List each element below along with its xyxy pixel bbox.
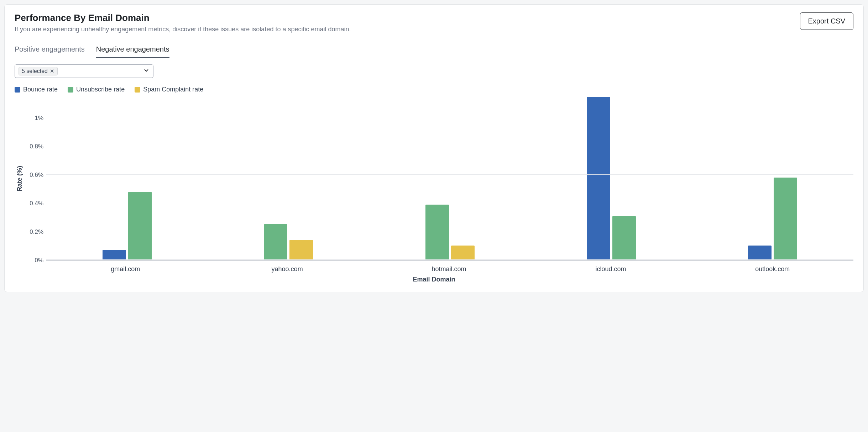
legend-label-spam: Spam Complaint rate	[143, 86, 203, 93]
bar[interactable]	[612, 216, 636, 260]
tabs: Positive engagements Negative engagement…	[15, 43, 853, 58]
export-csv-button[interactable]: Export CSV	[800, 12, 853, 30]
bar-group	[369, 97, 530, 260]
bar[interactable]	[748, 246, 772, 260]
domain-filter-select[interactable]: 5 selected ✕	[15, 64, 153, 78]
filter-chip-label: 5 selected	[22, 68, 48, 74]
performance-card: Performance By Email Domain If you are e…	[4, 4, 864, 292]
y-axis-label: Rate (%)	[15, 97, 23, 260]
filter-chip[interactable]: 5 selected ✕	[19, 67, 58, 75]
legend-item-unsubscribe[interactable]: Unsubscribe rate	[68, 86, 125, 93]
grid-line	[46, 231, 853, 231]
card-title: Performance By Email Domain	[15, 12, 793, 23]
y-axis: 0%0.2%0.4%0.6%0.8%1%	[23, 97, 46, 260]
y-tick: 1%	[35, 115, 43, 122]
card-header: Performance By Email Domain If you are e…	[15, 12, 853, 33]
grid-line	[46, 203, 853, 203]
bar[interactable]	[587, 97, 610, 260]
card-subtitle: If you are experiencing unhealthy engage…	[15, 26, 793, 33]
bar-group	[530, 97, 692, 260]
chart: Rate (%) 0%0.2%0.4%0.6%0.8%1%	[15, 97, 853, 260]
bar[interactable]	[128, 192, 152, 260]
card-header-text: Performance By Email Domain If you are e…	[15, 12, 793, 33]
bar[interactable]	[425, 205, 449, 260]
y-tick: 0.4%	[30, 200, 43, 207]
x-axis-label: Email Domain	[15, 276, 853, 283]
x-tick: gmail.com	[45, 260, 206, 273]
y-tick: 0%	[35, 257, 43, 264]
grid-line	[46, 118, 853, 118]
bar-group	[46, 97, 208, 260]
y-tick: 0.8%	[30, 143, 43, 150]
x-tick: yahoo.com	[206, 260, 368, 273]
legend-swatch-spam	[135, 87, 140, 93]
y-tick: 0.2%	[30, 228, 43, 236]
bar[interactable]	[289, 240, 313, 260]
x-tick: hotmail.com	[368, 260, 530, 273]
bar[interactable]	[264, 224, 287, 260]
chevron-down-icon	[143, 67, 150, 75]
bar[interactable]	[774, 178, 797, 260]
grid-line	[46, 174, 853, 175]
tab-positive-engagements[interactable]: Positive engagements	[15, 43, 85, 58]
legend-swatch-bounce	[15, 87, 20, 93]
bar[interactable]	[451, 246, 475, 260]
x-axis-ticks: gmail.comyahoo.comhotmail.comicloud.como…	[45, 260, 853, 273]
controls-row: 5 selected ✕	[15, 64, 853, 78]
grid-line	[46, 259, 853, 260]
plot-area	[46, 97, 853, 260]
legend-swatch-unsubscribe	[68, 87, 73, 93]
y-tick: 0.6%	[30, 172, 43, 179]
legend-item-bounce[interactable]: Bounce rate	[15, 86, 58, 93]
x-tick: outlook.com	[692, 260, 853, 273]
legend-item-spam[interactable]: Spam Complaint rate	[135, 86, 203, 93]
grid-line	[46, 146, 853, 146]
legend-label-unsubscribe: Unsubscribe rate	[76, 86, 125, 93]
legend-label-bounce: Bounce rate	[23, 86, 58, 93]
tab-negative-engagements[interactable]: Negative engagements	[96, 43, 169, 58]
close-icon[interactable]: ✕	[50, 68, 54, 74]
chart-legend: Bounce rate Unsubscribe rate Spam Compla…	[15, 86, 853, 93]
bar-group	[692, 97, 853, 260]
bar-group	[208, 97, 369, 260]
bar[interactable]	[103, 250, 126, 260]
x-tick: icloud.com	[530, 260, 691, 273]
bar-groups	[46, 97, 853, 260]
